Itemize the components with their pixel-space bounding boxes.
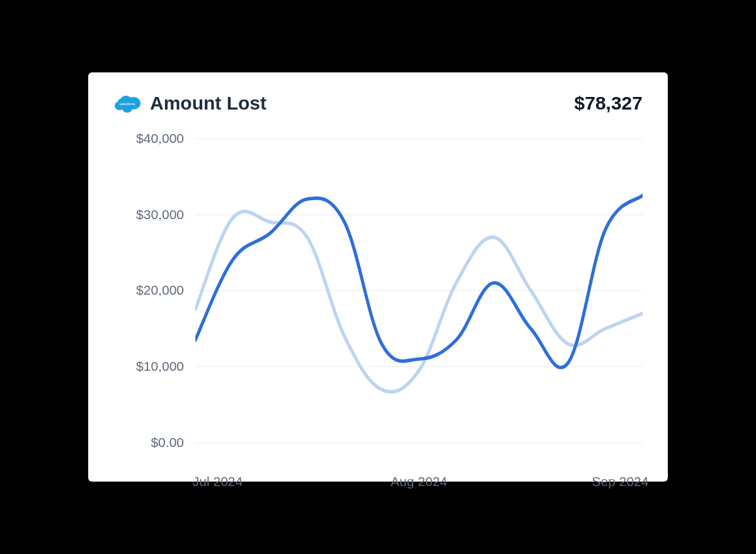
y-tick: $20,000 — [136, 283, 184, 298]
chart-area: $40,000 $30,000 $20,000 $10,000 $0.00 Ju… — [113, 132, 643, 463]
amount-value: $78,327 — [575, 93, 643, 114]
x-tick: Sep 2024 — [592, 474, 649, 489]
svg-text:salesforce: salesforce — [119, 102, 135, 106]
y-tick: $0.00 — [151, 435, 184, 450]
salesforce-icon: salesforce — [113, 93, 141, 113]
chart-title: Amount Lost — [150, 93, 266, 114]
y-tick: $30,000 — [136, 207, 184, 222]
x-tick: Jul 2024 — [193, 474, 243, 489]
x-tick: Aug 2024 — [391, 474, 447, 489]
title-group: salesforce Amount Lost — [113, 93, 266, 114]
y-axis: $40,000 $30,000 $20,000 $10,000 $0.00 — [113, 132, 195, 463]
card-header: salesforce Amount Lost $78,327 — [113, 93, 643, 114]
line-current — [195, 195, 643, 368]
chart-lines — [195, 132, 643, 463]
y-tick: $40,000 — [136, 131, 184, 146]
x-axis: Jul 2024 Aug 2024 Sep 2024 — [195, 474, 643, 493]
plot-area: Jul 2024 Aug 2024 Sep 2024 — [195, 132, 643, 463]
chart-card: salesforce Amount Lost $78,327 $40,000 $… — [88, 72, 668, 482]
y-tick: $10,000 — [136, 359, 184, 374]
